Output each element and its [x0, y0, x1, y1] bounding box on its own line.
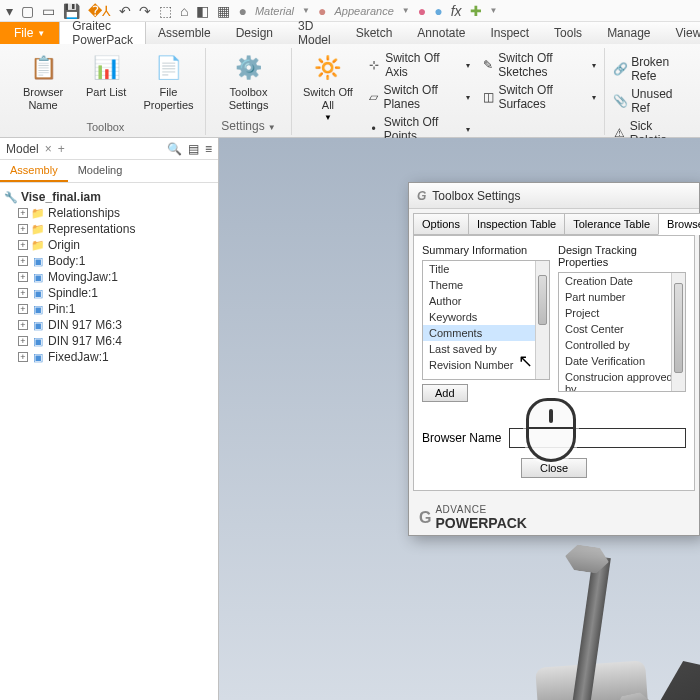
tab-sketch[interactable]: Sketch: [344, 22, 406, 44]
tree-node[interactable]: +📁Representations: [4, 221, 214, 237]
tree-node[interactable]: +▣DIN 917 M6:3: [4, 317, 214, 333]
tab-view[interactable]: View: [664, 22, 701, 44]
list-item[interactable]: Author: [423, 293, 549, 309]
switch-off-axis[interactable]: ⊹Switch Off Axis ▾: [366, 50, 473, 80]
browser-name-button[interactable]: 📋Browser Name: [12, 48, 74, 115]
summary-listbox[interactable]: TitleThemeAuthorKeywordsCommentsLast sav…: [422, 260, 550, 380]
expand-icon[interactable]: +: [18, 272, 28, 282]
select-icon[interactable]: ⬚: [159, 3, 172, 19]
appearance-sphere-icon[interactable]: ●: [318, 3, 326, 19]
appearance-dropdown-icon[interactable]: ▼: [402, 6, 410, 15]
file-properties-button[interactable]: 📄File Properties: [138, 48, 199, 115]
switch-off-surfaces[interactable]: ◫Switch Off Surfaces ▾: [480, 82, 598, 112]
filter-icon[interactable]: ▤: [188, 142, 199, 156]
home-icon[interactable]: ⌂: [180, 3, 188, 19]
list-item[interactable]: Revision Number: [423, 357, 549, 373]
tree-node[interactable]: +▣MovingJaw:1: [4, 269, 214, 285]
unused-refs[interactable]: 📎Unused Ref: [611, 86, 688, 116]
open-icon[interactable]: ▭: [42, 3, 55, 19]
tree-node[interactable]: +📁Origin: [4, 237, 214, 253]
tree-node[interactable]: +▣Pin:1: [4, 301, 214, 317]
list-item[interactable]: Title: [423, 261, 549, 277]
tab-annotate[interactable]: Annotate: [405, 22, 478, 44]
dialog-tab-options[interactable]: Options: [413, 213, 469, 235]
orb1-icon[interactable]: ●: [418, 3, 426, 19]
tree-node[interactable]: +▣Spindle:1: [4, 285, 214, 301]
list-item[interactable]: Project: [559, 305, 685, 321]
tree-root[interactable]: 🔧Vise_final.iam: [4, 189, 214, 205]
redo-icon[interactable]: ↷: [139, 3, 151, 19]
dialog-tab-inspection[interactable]: Inspection Table: [468, 213, 565, 235]
expand-icon[interactable]: +: [18, 288, 28, 298]
expand-icon[interactable]: +: [18, 320, 28, 330]
material-label[interactable]: Material: [255, 5, 294, 17]
scrollbar[interactable]: [671, 273, 685, 391]
file-tab[interactable]: File▼: [0, 22, 59, 44]
toolbox-settings-button[interactable]: ⚙️Toolbox Settings: [212, 48, 285, 115]
list-item[interactable]: Cost Center: [559, 321, 685, 337]
add-summary-button[interactable]: Add: [422, 384, 468, 402]
list-item[interactable]: Construcion approved by: [559, 369, 685, 392]
tab-tools[interactable]: Tools: [542, 22, 595, 44]
list-item[interactable]: Date Verification: [559, 353, 685, 369]
browser-close-icon[interactable]: ×: [45, 142, 52, 156]
scrollbar-thumb[interactable]: [674, 283, 683, 373]
assembly-icon[interactable]: ▦: [217, 3, 230, 19]
switch-off-all-button[interactable]: 🔆Switch Off All▼: [298, 48, 357, 126]
scrollbar-thumb[interactable]: [538, 275, 547, 325]
part-icon[interactable]: ◧: [196, 3, 209, 19]
list-item[interactable]: Last saved by: [423, 341, 549, 357]
search-icon[interactable]: 🔍: [167, 142, 182, 156]
menu-icon[interactable]: ≡: [205, 142, 212, 156]
switch-off-planes[interactable]: ▱Switch Off Planes ▾: [366, 82, 473, 112]
sphere-icon[interactable]: ●: [238, 3, 246, 19]
tab-inspect[interactable]: Inspect: [478, 22, 542, 44]
browser-tab-assembly[interactable]: Assembly: [0, 160, 68, 182]
orb2-icon[interactable]: ●: [434, 3, 442, 19]
qat-more-icon[interactable]: ▼: [490, 6, 498, 15]
dialog-tab-tolerance[interactable]: Tolerance Table: [564, 213, 659, 235]
list-item[interactable]: Controlled by: [559, 337, 685, 353]
save-icon[interactable]: 💾: [63, 3, 80, 19]
tree-node[interactable]: +▣FixedJaw:1: [4, 349, 214, 365]
dialog-titlebar[interactable]: G Toolbox Settings: [409, 183, 699, 209]
tab-manage[interactable]: Manage: [595, 22, 663, 44]
browser-tab-modeling[interactable]: Modeling: [68, 160, 133, 182]
design-listbox[interactable]: Creation DatePart numberProjectCost Cent…: [558, 272, 686, 392]
ribbon-tabs: File▼ Graitec PowerPack Assemble Design …: [0, 22, 700, 44]
material-dropdown-icon[interactable]: ▼: [302, 6, 310, 15]
expand-icon[interactable]: +: [18, 208, 28, 218]
list-item[interactable]: Creation Date: [559, 273, 685, 289]
part-list-button[interactable]: 📊Part List: [82, 48, 130, 103]
expand-icon[interactable]: +: [18, 352, 28, 362]
dialog-tab-browser-name[interactable]: Browser Name: [658, 213, 700, 235]
switch-off-sketches[interactable]: ✎Switch Off Sketches ▾: [480, 50, 598, 80]
list-item[interactable]: Theme: [423, 277, 549, 293]
broken-refs[interactable]: 🔗Broken Refe: [611, 54, 688, 84]
expand-icon[interactable]: +: [18, 336, 28, 346]
new-icon[interactable]: ▢: [21, 3, 34, 19]
expand-icon[interactable]: +: [18, 256, 28, 266]
list-item[interactable]: Keywords: [423, 309, 549, 325]
browser-add-icon[interactable]: +: [58, 142, 65, 156]
app-icon[interactable]: �⅄: [88, 3, 111, 19]
expand-icon[interactable]: +: [18, 224, 28, 234]
fx-icon[interactable]: fx: [451, 3, 462, 19]
qat-menu-icon[interactable]: ▾: [6, 3, 13, 19]
expand-icon[interactable]: +: [18, 304, 28, 314]
tree-node[interactable]: +▣Body:1: [4, 253, 214, 269]
tab-3d-model[interactable]: 3D Model: [286, 22, 344, 44]
plus-icon[interactable]: ✚: [470, 3, 482, 19]
tab-design[interactable]: Design: [224, 22, 286, 44]
list-item[interactable]: Part number: [559, 289, 685, 305]
list-item[interactable]: Comments: [423, 325, 549, 341]
appearance-label[interactable]: Appearance: [334, 5, 393, 17]
tree-node[interactable]: +▣DIN 917 M6:4: [4, 333, 214, 349]
tab-graitec-powerpack[interactable]: Graitec PowerPack: [59, 22, 146, 44]
tree-node[interactable]: +📁Relationships: [4, 205, 214, 221]
tab-assemble[interactable]: Assemble: [146, 22, 224, 44]
scrollbar[interactable]: [535, 261, 549, 379]
expand-icon[interactable]: +: [18, 240, 28, 250]
undo-icon[interactable]: ↶: [119, 3, 131, 19]
group-label-settings[interactable]: Settings ▼: [221, 117, 275, 135]
